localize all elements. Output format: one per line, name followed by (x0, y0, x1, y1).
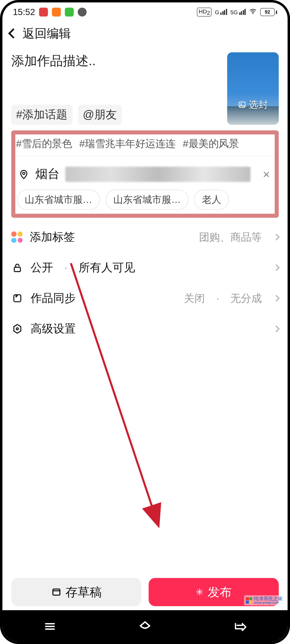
privacy-row[interactable]: 公开 · 所有人可见 (11, 253, 279, 283)
back-chevron-icon[interactable] (8, 28, 18, 38)
status-bar: 15:52 HD2 G 5G (2, 2, 288, 22)
advanced-label: 高级设置 (31, 321, 76, 336)
topic-suggestion[interactable]: #最美的风景 (183, 137, 239, 150)
svg-point-3 (23, 172, 25, 174)
net1-label: G (215, 9, 219, 15)
chevron-right-icon (273, 295, 280, 302)
signal-bars-icon (220, 9, 227, 15)
topic-suggestion[interactable]: #雪后的景色 (16, 137, 72, 150)
location-clear-button[interactable]: × (260, 167, 272, 181)
statusbar-notification-dot-icon (78, 8, 87, 17)
svg-rect-8 (53, 589, 60, 595)
sync-row[interactable]: 作品同步 关闭 · 无分成 (11, 283, 279, 314)
signal-block-1: G (215, 9, 227, 15)
publish-label: 发布 (208, 584, 232, 601)
advanced-settings-row[interactable]: 高级设置 (11, 314, 279, 344)
gear-hex-icon (11, 323, 23, 335)
svg-point-2 (240, 103, 242, 105)
watermark-logo-icon (246, 597, 252, 603)
save-draft-label: 存草稿 (66, 584, 102, 601)
draft-icon (51, 587, 61, 597)
signal-block-2: 5G (230, 9, 246, 15)
chevron-right-icon (273, 234, 280, 240)
save-draft-button[interactable]: 存草稿 (11, 578, 142, 606)
topic-suggestion[interactable]: #瑞雪兆丰年好运连连 (79, 137, 175, 150)
statusbar-app-icon-1 (39, 8, 48, 17)
tags-icon (11, 232, 23, 243)
hd-badge: HD2 (197, 8, 212, 17)
sync-label: 作品同步 (31, 291, 76, 306)
location-suggestion[interactable]: 山东省城市服… (17, 190, 100, 210)
statusbar-app-icon-3 (65, 8, 74, 17)
sync-icon (11, 292, 23, 304)
topic-suggestions[interactable]: #雪后的景色 #瑞雪兆丰年好运连连 #最美的风景 (15, 134, 275, 156)
location-suggestion[interactable]: 老人 (194, 190, 229, 210)
location-suggestion[interactable]: 山东省城市服… (106, 190, 189, 210)
signal-bars-icon (239, 9, 246, 15)
location-name: 烟台 (35, 166, 60, 182)
clock: 15:52 (13, 7, 35, 17)
privacy-value: 所有人可见 (79, 260, 135, 275)
statusbar-app-icon-2 (52, 8, 61, 17)
image-icon (238, 101, 246, 109)
dot-separator: · (64, 261, 67, 274)
wifi-icon (249, 7, 257, 17)
description-input[interactable]: 添加作品描述.. (11, 52, 220, 70)
hd-text: HD (199, 8, 207, 14)
location-redacted (65, 166, 251, 182)
location-row[interactable]: 烟台 × (15, 156, 275, 188)
watermark: 纯净系统之家 www.yowjy.com (244, 595, 284, 606)
sparkle-icon: ✳ (195, 587, 204, 598)
home-button[interactable] (137, 618, 153, 634)
system-nav-bar (2, 610, 288, 642)
battery-tip-icon (276, 10, 277, 14)
sync-value-1: 关闭 (184, 291, 205, 305)
mention-friend-chip[interactable]: @朋友 (78, 105, 122, 125)
status-left: 15:52 (13, 7, 87, 17)
chevron-right-icon (273, 264, 280, 271)
screen: 15:52 HD2 G 5G (2, 2, 288, 642)
watermark-title: 纯净系统之家 (254, 596, 283, 601)
add-tags-value: 团购、商品等 (199, 230, 262, 244)
select-cover-label: 选封 (227, 98, 279, 111)
watermark-url: www.yowjy.com (254, 601, 283, 605)
add-tags-row[interactable]: 添加标签 团购、商品等 (11, 222, 279, 253)
hd-sub: 2 (207, 10, 210, 16)
svg-point-0 (252, 13, 253, 14)
cover-thumbnail[interactable]: 选封 (227, 52, 279, 125)
settings-list: 添加标签 团购、商品等 公开 · 所有人可见 作品同步 (2, 218, 288, 344)
back-button[interactable] (232, 618, 248, 634)
sync-value-2: 无分成 (230, 291, 262, 305)
dot-separator: · (216, 292, 219, 305)
recents-button[interactable] (42, 618, 58, 634)
cover-label-text: 选封 (249, 98, 268, 111)
net2-label: 5G (230, 9, 238, 15)
battery-pct: 92 (265, 9, 270, 15)
phone-frame: 15:52 HD2 G 5G (0, 0, 290, 644)
compose-area: 添加作品描述.. #添加话题 @朋友 选封 (2, 45, 288, 127)
chevron-right-icon (273, 325, 280, 332)
privacy-label: 公开 (31, 260, 53, 275)
svg-point-6 (16, 328, 19, 330)
back-label[interactable]: 返回编辑 (23, 25, 71, 42)
status-right: HD2 G 5G 92 (197, 7, 277, 17)
chip-row: #添加话题 @朋友 (11, 105, 220, 125)
location-suggestions: 山东省城市服… 山东省城市服… 老人 (15, 188, 275, 210)
header: 返回编辑 (2, 22, 288, 45)
svg-rect-4 (14, 267, 20, 272)
compose-left: 添加作品描述.. #添加话题 @朋友 (11, 52, 220, 125)
battery-indicator: 92 (260, 8, 277, 16)
annotation-highlight-box: #雪后的景色 #瑞雪兆丰年好运连连 #最美的风景 烟台 × 山东省城市服… 山东… (11, 130, 279, 218)
location-pin-icon (18, 168, 30, 180)
add-tags-label: 添加标签 (30, 229, 75, 245)
add-topic-chip[interactable]: #添加话题 (11, 105, 72, 125)
unlock-icon (11, 262, 23, 274)
